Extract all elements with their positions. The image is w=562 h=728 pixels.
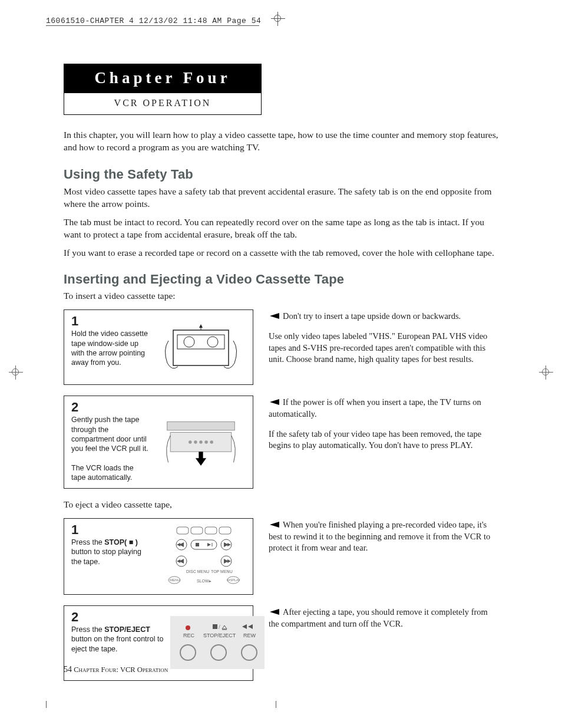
svg-marker-5	[199, 324, 203, 328]
rec-label: REC	[183, 633, 195, 638]
insert-step-1-body: Hold the video cassette tape window-side…	[71, 330, 148, 367]
eject-step-1-notes: When you're finished playing a pre-recor…	[269, 518, 498, 595]
svg-point-39	[186, 625, 190, 630]
insert-step-1-row: 1 Hold the video cassette tape window-si…	[64, 309, 498, 385]
note-vhs-only: Use only video tapes labeled "VHS." Euro…	[269, 331, 498, 365]
safety-tab-p2: The tab must be intact to record. You ca…	[64, 216, 498, 241]
step-number: 2	[71, 401, 149, 414]
eject-step-2-bold: STOP/EJECT	[104, 625, 150, 634]
svg-rect-21	[191, 540, 217, 549]
insert-step-2-body-a: Gently push the tape through the compart…	[71, 416, 148, 453]
note-upside-down: Don't try to insert a tape upside down o…	[283, 311, 461, 321]
eject-step-2-post: button on the front control to eject the…	[71, 635, 163, 653]
footer-text: Chapter Four: VCR Operation	[72, 666, 168, 674]
svg-text:MENU: MENU	[170, 578, 180, 582]
svg-rect-40	[213, 624, 217, 629]
insert-step-2-card: 2 Gently push the tape through the compa…	[64, 396, 253, 489]
arrow-left-icon	[269, 313, 279, 319]
section-heading-insert-eject: Inserting and Ejecting a Video Cassette …	[64, 272, 498, 287]
insert-step-1-card: 1 Hold the video cassette tape window-si…	[64, 309, 253, 385]
step-number: 1	[71, 315, 149, 328]
chapter-subtitle: VCR OPERATION	[64, 93, 261, 114]
arrow-left-icon	[269, 609, 279, 615]
svg-text:/: /	[219, 624, 220, 630]
svg-text:DISPLAY: DISPLAY	[227, 578, 240, 582]
svg-marker-23	[207, 543, 211, 546]
svg-point-3	[207, 337, 218, 347]
eject-step-1-row: 1 Press the STOP( ■ ) button to stop pla…	[64, 518, 498, 595]
eject-step-2-pre: Press the	[71, 625, 104, 634]
svg-point-8	[189, 441, 191, 444]
safety-tab-p3: If you want to erase a recorded tape or …	[64, 247, 498, 259]
eject-step-1-pre: Press the	[71, 538, 104, 546]
svg-point-10	[199, 441, 202, 444]
chapter-title: Chapter Four	[64, 64, 261, 93]
arrow-left-icon	[269, 399, 279, 405]
registration-mark-left	[9, 365, 23, 380]
insert-lede: To insert a video cassette tape:	[64, 291, 498, 301]
insert-step-2-row: 2 Gently push the tape through the compa…	[64, 396, 498, 489]
chapter-intro: In this chapter, you will learn how to p…	[64, 129, 498, 154]
svg-point-2	[184, 337, 194, 347]
eject-lede: To eject a video cassette tape,	[64, 499, 498, 510]
page-footer: 54 Chapter Four: VCR Operation	[64, 665, 168, 674]
front-panel-illustration: REC / STOP/EJECT REW	[170, 611, 265, 674]
svg-marker-17	[177, 543, 180, 546]
page-content: Chapter Four VCR OPERATION In this chapt…	[64, 64, 498, 691]
slug-rule	[46, 25, 259, 26]
svg-marker-20	[227, 543, 231, 546]
svg-text:TOP MENU: TOP MENU	[211, 569, 233, 574]
insert-step-2-notes: If the power is off when you insert a ta…	[269, 396, 498, 489]
svg-point-11	[204, 441, 207, 444]
eject-step-1-text: 1 Press the STOP( ■ ) button to stop pla…	[71, 523, 149, 588]
svg-rect-38	[170, 616, 265, 669]
svg-marker-30	[227, 559, 231, 563]
print-slug: 16061510-CHAPTER 4 12/13/02 11:48 AM Pag…	[46, 17, 261, 25]
svg-rect-6	[167, 422, 235, 431]
svg-rect-1	[177, 335, 224, 349]
cassette-push-illustration	[155, 401, 247, 482]
chapter-banner: Chapter Four VCR OPERATION	[64, 64, 262, 115]
page-number: 54	[64, 665, 72, 674]
svg-text:SLOW▸: SLOW▸	[197, 579, 211, 583]
svg-point-9	[194, 441, 197, 444]
safety-tab-p1: Most video cassette tapes have a safety …	[64, 186, 498, 210]
note-remove-tape: After ejecting a tape, you should remove…	[269, 607, 488, 628]
insert-step-1-text: 1 Hold the video cassette tape window-si…	[71, 315, 149, 378]
insert-step-2-text: 2 Gently push the tape through the compa…	[71, 401, 149, 482]
stop-eject-label: STOP/EJECT	[203, 633, 236, 638]
svg-point-12	[210, 441, 213, 444]
crop-tick-bottom-center	[276, 701, 276, 708]
registration-mark-right	[539, 365, 553, 380]
svg-marker-13	[196, 459, 206, 466]
rew-label: REW	[243, 633, 256, 638]
note-auto-play: If the safety tab of your video tape has…	[269, 429, 498, 452]
eject-step-1-bold: STOP( ■ )	[104, 538, 138, 546]
cassette-holding-illustration	[155, 315, 247, 378]
svg-text:DISC MENU: DISC MENU	[186, 569, 209, 574]
svg-rect-0	[173, 330, 229, 365]
note-rewind: When you're finished playing a pre-recor…	[269, 520, 490, 552]
step-number: 2	[71, 611, 164, 624]
svg-rect-22	[196, 543, 199, 546]
remote-stop-illustration: DISC MENU TOP MENU SLOW▸ MENU DISPLAY	[155, 523, 247, 588]
section-heading-safety-tab: Using the Safety Tab	[64, 167, 498, 182]
svg-rect-14	[199, 452, 203, 460]
crop-mark-top	[271, 12, 285, 26]
eject-step-2-notes: After ejecting a tape, you should remove…	[269, 605, 498, 681]
eject-step-1-card: 1 Press the STOP( ■ ) button to stop pla…	[64, 518, 253, 595]
arrow-left-icon	[269, 522, 279, 528]
note-power-on: If the power is off when you insert a ta…	[269, 397, 481, 419]
step-number: 1	[71, 523, 149, 536]
svg-marker-27	[177, 559, 180, 563]
crop-tick-bottom-left	[46, 701, 47, 708]
insert-step-1-notes: Don't try to insert a tape upside down o…	[269, 309, 498, 385]
eject-step-1-post: button to stop playing the tape.	[71, 548, 141, 565]
insert-step-2-body-b: The VCR loads the tape automatically.	[71, 464, 134, 482]
